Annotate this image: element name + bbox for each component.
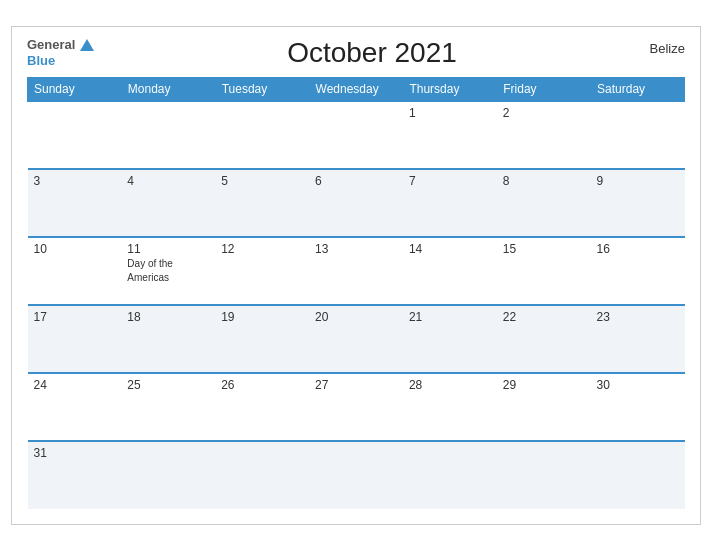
- day-number: 30: [597, 378, 679, 392]
- day-number: 10: [34, 242, 116, 256]
- calendar-cell: 25: [121, 373, 215, 441]
- calendar-week-row: 3456789: [28, 169, 685, 237]
- day-number: 17: [34, 310, 116, 324]
- calendar-cell: [121, 101, 215, 169]
- day-number: 31: [34, 446, 116, 460]
- calendar-cell: 20: [309, 305, 403, 373]
- day-number: 9: [597, 174, 679, 188]
- calendar-cell: 24: [28, 373, 122, 441]
- calendar-cell: 9: [591, 169, 685, 237]
- calendar-cell: 26: [215, 373, 309, 441]
- calendar-cell: 7: [403, 169, 497, 237]
- day-number: 28: [409, 378, 491, 392]
- day-number: 1: [409, 106, 491, 120]
- calendar-week-row: 17181920212223: [28, 305, 685, 373]
- day-number: 6: [315, 174, 397, 188]
- calendar-cell: 15: [497, 237, 591, 305]
- day-number: 2: [503, 106, 585, 120]
- weekday-header-row: SundayMondayTuesdayWednesdayThursdayFrid…: [28, 77, 685, 101]
- calendar-cell: 28: [403, 373, 497, 441]
- calendar-cell: 10: [28, 237, 122, 305]
- calendar-cell: [121, 441, 215, 509]
- calendar-cell: 4: [121, 169, 215, 237]
- day-number: 26: [221, 378, 303, 392]
- weekday-header-friday: Friday: [497, 77, 591, 101]
- calendar-cell: [309, 441, 403, 509]
- day-number: 19: [221, 310, 303, 324]
- day-number: 8: [503, 174, 585, 188]
- day-number: 29: [503, 378, 585, 392]
- calendar-cell: 2: [497, 101, 591, 169]
- calendar-cell: 22: [497, 305, 591, 373]
- calendar-cell: [309, 101, 403, 169]
- calendar-cell: 6: [309, 169, 403, 237]
- calendar-grid: SundayMondayTuesdayWednesdayThursdayFrid…: [27, 77, 685, 509]
- calendar-week-row: 31: [28, 441, 685, 509]
- day-number: 27: [315, 378, 397, 392]
- calendar-cell: 16: [591, 237, 685, 305]
- calendar-header: General Blue October 2021 Belize: [27, 37, 685, 69]
- logo: General Blue: [27, 37, 94, 68]
- calendar-cell: 18: [121, 305, 215, 373]
- logo-blue-text: Blue: [27, 53, 94, 69]
- calendar-cell: 30: [591, 373, 685, 441]
- day-number: 15: [503, 242, 585, 256]
- calendar-title: October 2021: [94, 37, 649, 69]
- calendar-cell: 11Day of the Americas: [121, 237, 215, 305]
- day-number: 11: [127, 242, 209, 256]
- day-number: 5: [221, 174, 303, 188]
- calendar-week-row: 12: [28, 101, 685, 169]
- weekday-header-thursday: Thursday: [403, 77, 497, 101]
- day-number: 23: [597, 310, 679, 324]
- calendar-cell: 5: [215, 169, 309, 237]
- day-number: 7: [409, 174, 491, 188]
- day-number: 21: [409, 310, 491, 324]
- day-number: 16: [597, 242, 679, 256]
- logo-general-text: General: [27, 37, 75, 53]
- calendar-week-row: 24252627282930: [28, 373, 685, 441]
- calendar-container: General Blue October 2021 Belize SundayM…: [11, 26, 701, 525]
- calendar-cell: 29: [497, 373, 591, 441]
- calendar-week-row: 1011Day of the Americas1213141516: [28, 237, 685, 305]
- calendar-cell: [591, 101, 685, 169]
- event-text: Day of the Americas: [127, 258, 173, 283]
- calendar-cell: 3: [28, 169, 122, 237]
- calendar-cell: [497, 441, 591, 509]
- calendar-cell: [591, 441, 685, 509]
- weekday-header-tuesday: Tuesday: [215, 77, 309, 101]
- weekday-header-sunday: Sunday: [28, 77, 122, 101]
- calendar-cell: 27: [309, 373, 403, 441]
- calendar-cell: 13: [309, 237, 403, 305]
- calendar-cell: 14: [403, 237, 497, 305]
- calendar-cell: [403, 441, 497, 509]
- calendar-cell: 21: [403, 305, 497, 373]
- day-number: 24: [34, 378, 116, 392]
- day-number: 3: [34, 174, 116, 188]
- weekday-header-wednesday: Wednesday: [309, 77, 403, 101]
- day-number: 22: [503, 310, 585, 324]
- calendar-cell: [215, 441, 309, 509]
- day-number: 25: [127, 378, 209, 392]
- day-number: 20: [315, 310, 397, 324]
- day-number: 12: [221, 242, 303, 256]
- weekday-header-saturday: Saturday: [591, 77, 685, 101]
- calendar-cell: 19: [215, 305, 309, 373]
- calendar-cell: 8: [497, 169, 591, 237]
- calendar-cell: [215, 101, 309, 169]
- day-number: 14: [409, 242, 491, 256]
- calendar-cell: 1: [403, 101, 497, 169]
- day-number: 13: [315, 242, 397, 256]
- weekday-header-monday: Monday: [121, 77, 215, 101]
- calendar-cell: 23: [591, 305, 685, 373]
- country-label: Belize: [650, 37, 685, 56]
- day-number: 4: [127, 174, 209, 188]
- calendar-cell: 31: [28, 441, 122, 509]
- day-number: 18: [127, 310, 209, 324]
- logo-triangle-icon: [80, 39, 94, 51]
- calendar-cell: 17: [28, 305, 122, 373]
- calendar-cell: 12: [215, 237, 309, 305]
- calendar-cell: [28, 101, 122, 169]
